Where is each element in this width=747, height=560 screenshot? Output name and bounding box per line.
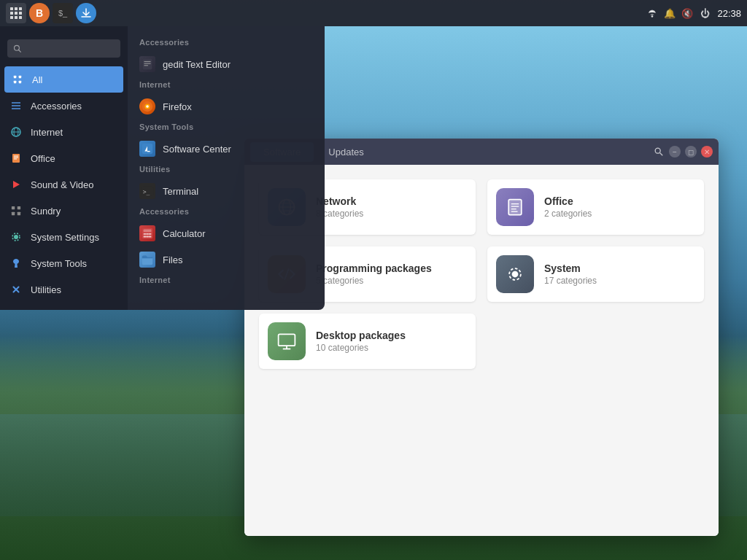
office-category-icon — [496, 188, 534, 226]
system-title: System — [544, 262, 597, 274]
window-close-button[interactable]: ✕ — [701, 146, 713, 158]
system-tools-icon — [9, 256, 23, 271]
volume-icon[interactable]: 🔇 — [681, 7, 694, 20]
office-subtitle: 2 categories — [544, 209, 592, 219]
svg-line-54 — [660, 153, 663, 156]
bell-icon[interactable]: 🔔 — [663, 7, 676, 20]
category-desktop[interactable]: Desktop packages 10 categories — [259, 314, 476, 369]
sidebar-item-internet[interactable]: Internet — [0, 119, 128, 145]
svg-rect-32 — [143, 59, 152, 69]
sidebar-sysset-label: System Settings — [31, 232, 99, 243]
svg-rect-2 — [19, 7, 22, 10]
software-center-icon — [139, 141, 155, 157]
svg-rect-45 — [144, 230, 152, 233]
internet-icon — [9, 125, 23, 139]
gedit-icon — [139, 56, 155, 72]
sidebar-item-office[interactable]: Office — [0, 145, 128, 171]
all-icon — [10, 72, 25, 87]
app-software-center[interactable]: Software Center — [128, 136, 325, 162]
sidebar-internet-label: Internet — [31, 127, 63, 138]
sound-video-icon — [9, 177, 23, 192]
section-header-systemtools: System Tools — [128, 120, 325, 136]
desktop-card-info: Desktop packages 10 categories — [316, 330, 406, 353]
programming-card-info: Programming packages 5 categories — [316, 262, 432, 286]
search-icon — [13, 44, 22, 54]
window-maximize-button[interactable]: ◻ — [685, 146, 697, 158]
desktop: B $_ — [0, 0, 747, 560]
svg-rect-4 — [15, 12, 18, 15]
window-controls: − ◻ ✕ — [653, 146, 713, 158]
svg-point-67 — [512, 271, 519, 278]
svg-rect-25 — [18, 206, 20, 209]
search-input[interactable] — [26, 43, 115, 54]
terminal-label: Terminal — [163, 186, 198, 197]
search-box[interactable] — [7, 39, 120, 58]
sidebar-systools-label: System Tools — [31, 258, 87, 269]
svg-rect-5 — [19, 12, 22, 15]
svg-rect-60 — [508, 200, 522, 215]
programming-subtitle: 5 categories — [316, 276, 432, 286]
utilities-icon — [9, 282, 23, 297]
sidebar-item-system-tools[interactable]: System Tools — [0, 250, 128, 276]
category-office[interactable]: Office 2 categories — [487, 179, 704, 235]
launcher-search-area — [0, 34, 128, 66]
svg-rect-19 — [12, 154, 20, 163]
sidebar-item-system-settings[interactable]: System Settings — [0, 224, 128, 250]
sidebar-item-utilities[interactable]: Utilities — [0, 276, 128, 303]
window-minimize-button[interactable]: − — [669, 146, 681, 158]
budgie-icon[interactable]: B — [29, 3, 50, 23]
network-tray-icon[interactable] — [646, 7, 659, 20]
window-search-button[interactable] — [653, 146, 665, 158]
svg-rect-27 — [18, 212, 20, 215]
sidebar-item-all[interactable]: All — [4, 66, 123, 93]
svg-rect-50 — [146, 236, 149, 238]
office-card-info: Office 2 categories — [544, 195, 592, 219]
svg-rect-46 — [144, 233, 147, 235]
svg-text:>_: >_ — [143, 188, 150, 195]
firefox-label: Firefox — [163, 101, 192, 112]
launcher-menu: All Accessories Intern — [0, 26, 325, 310]
office-title: Office — [544, 195, 592, 207]
sidebar-all-label: All — [32, 74, 42, 85]
app-grid-button[interactable] — [6, 3, 26, 23]
sidebar-sound-label: Sound & Video — [31, 179, 94, 190]
app-calculator[interactable]: Calculator — [128, 220, 325, 246]
section-header-utilities: Utilities — [128, 162, 325, 178]
app-terminal[interactable]: >_ Terminal — [128, 178, 325, 204]
software-center-label: Software Center — [163, 144, 231, 155]
terminal-taskbar-icon[interactable]: $_ — [53, 3, 73, 23]
section-header-accessories-1: Accessories — [128, 35, 325, 51]
svg-line-11 — [19, 50, 21, 52]
sidebar-utilities-label: Utilities — [31, 284, 61, 295]
sidebar-item-sundry[interactable]: Sundry — [0, 198, 128, 224]
app-gedit[interactable]: gedit Text Editor — [128, 51, 325, 77]
taskbar-left: B $_ — [6, 3, 96, 23]
sidebar-item-sound-video[interactable]: Sound & Video — [0, 171, 128, 198]
programming-title: Programming packages — [316, 262, 432, 274]
office-cat-icon — [9, 151, 23, 166]
svg-rect-1 — [15, 7, 18, 10]
system-subtitle: 17 categories — [544, 276, 597, 286]
taskbar: B $_ — [0, 0, 747, 26]
svg-point-10 — [15, 45, 20, 50]
svg-rect-14 — [14, 81, 16, 83]
files-icon — [139, 252, 155, 268]
power-icon[interactable]: ⏻ — [698, 7, 711, 20]
svg-rect-0 — [10, 7, 13, 10]
svg-rect-7 — [15, 16, 18, 19]
sidebar-item-accessories[interactable]: Accessories — [0, 93, 128, 119]
app-firefox[interactable]: Firefox — [128, 93, 325, 120]
accessories-icon — [9, 98, 23, 113]
category-system[interactable]: System 17 categories — [487, 246, 704, 302]
system-category-icon — [496, 255, 534, 293]
downloader-icon[interactable] — [76, 3, 96, 23]
app-files[interactable]: Files — [128, 246, 325, 273]
gedit-label: gedit Text Editor — [163, 59, 231, 70]
categories-grid: Network 8 categories — [259, 179, 704, 369]
svg-point-53 — [655, 148, 660, 153]
svg-rect-26 — [12, 212, 15, 215]
firefox-icon — [139, 98, 155, 114]
desktop-subtitle: 10 categories — [316, 343, 406, 353]
launcher-content: Accessories gedit Text Editor Internet — [128, 26, 325, 310]
svg-rect-47 — [146, 233, 149, 235]
